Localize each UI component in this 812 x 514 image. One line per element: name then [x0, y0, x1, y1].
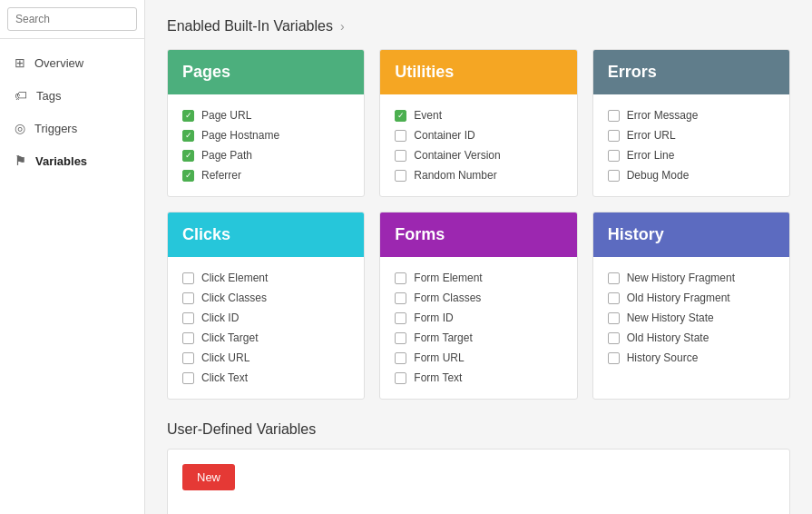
- list-item[interactable]: History Source: [608, 348, 775, 368]
- item-label: Error Message: [627, 109, 699, 122]
- checkbox-page-url[interactable]: [182, 110, 194, 122]
- list-item[interactable]: Event: [395, 105, 562, 125]
- checkbox-form-url[interactable]: [395, 352, 406, 364]
- item-label: Page Path: [201, 149, 252, 162]
- item-label: Form Text: [414, 371, 462, 384]
- checkbox-form-text[interactable]: [395, 372, 406, 384]
- item-label: Old History State: [627, 331, 709, 344]
- list-item[interactable]: Error URL: [608, 125, 775, 145]
- sidebar: ⊞ Overview 🏷 Tags ◎ Triggers ⚑ Variables: [0, 0, 145, 514]
- item-label: Random Number: [414, 169, 496, 182]
- list-item[interactable]: Form Text: [395, 368, 562, 388]
- checkbox-form-id[interactable]: [395, 312, 406, 324]
- checkbox-referrer[interactable]: [182, 170, 194, 182]
- pages-card-header: Pages: [168, 50, 364, 94]
- list-item[interactable]: Click URL: [182, 348, 349, 368]
- list-item[interactable]: Click ID: [182, 308, 349, 328]
- list-item[interactable]: Click Target: [182, 328, 349, 348]
- item-label: Page Hostname: [201, 129, 279, 142]
- checkbox-container-id[interactable]: [395, 130, 406, 142]
- list-item[interactable]: Click Text: [182, 368, 349, 388]
- list-item[interactable]: Click Element: [182, 268, 349, 288]
- item-label: Page URL: [201, 109, 251, 122]
- list-item[interactable]: Error Line: [608, 145, 775, 165]
- checkbox-new-history-fragment[interactable]: [608, 272, 620, 284]
- help-icon[interactable]: ›: [340, 19, 345, 34]
- checkbox-old-history-state[interactable]: [608, 332, 620, 344]
- checkbox-container-version[interactable]: [395, 150, 406, 162]
- list-item[interactable]: Form Classes: [395, 288, 562, 308]
- clicks-card: Clicks Click Element Click Classes Click…: [167, 212, 365, 400]
- sidebar-item-triggers[interactable]: ◎ Triggers: [0, 112, 144, 144]
- checkbox-debug-mode[interactable]: [608, 170, 620, 182]
- checkbox-new-history-state[interactable]: [608, 312, 620, 324]
- list-item[interactable]: New History Fragment: [608, 268, 775, 288]
- variables-icon: ⚑: [15, 153, 26, 168]
- checkbox-click-text[interactable]: [182, 372, 194, 384]
- enabled-title: Enabled Built-In Variables ›: [167, 18, 790, 35]
- sidebar-item-variables[interactable]: ⚑ Variables: [0, 144, 144, 177]
- checkbox-click-target[interactable]: [182, 332, 194, 344]
- item-label: Click Target: [201, 331, 258, 344]
- sidebar-nav: ⊞ Overview 🏷 Tags ◎ Triggers ⚑ Variables: [0, 39, 144, 184]
- sidebar-item-label: Triggers: [34, 122, 77, 135]
- clicks-card-body: Click Element Click Classes Click ID Cli…: [168, 257, 364, 399]
- checkbox-error-line[interactable]: [608, 150, 620, 162]
- pages-card: Pages Page URL Page Hostname Page Path R…: [167, 49, 365, 197]
- checkbox-click-id[interactable]: [182, 312, 194, 324]
- list-item[interactable]: Container ID: [395, 125, 562, 145]
- sidebar-item-tags[interactable]: 🏷 Tags: [0, 79, 144, 112]
- list-item[interactable]: Old History Fragment: [608, 288, 775, 308]
- tags-icon: 🏷: [15, 88, 27, 103]
- checkbox-page-path[interactable]: [182, 150, 194, 162]
- checkbox-click-url[interactable]: [182, 352, 194, 364]
- checkbox-form-classes[interactable]: [395, 292, 406, 304]
- checkbox-history-source[interactable]: [608, 352, 620, 364]
- user-defined-title: User-Defined Variables: [167, 421, 790, 438]
- history-card: History New History Fragment Old History…: [592, 212, 790, 400]
- item-label: Container ID: [414, 129, 474, 142]
- list-item[interactable]: Old History State: [608, 328, 775, 348]
- history-card-header: History: [593, 213, 789, 257]
- list-item[interactable]: Error Message: [608, 105, 775, 125]
- list-item[interactable]: New History State: [608, 308, 775, 328]
- item-label: Form Classes: [414, 292, 481, 304]
- list-item[interactable]: Page Hostname: [182, 125, 349, 145]
- new-button[interactable]: New: [182, 464, 235, 490]
- forms-card-body: Form Element Form Classes Form ID Form T…: [380, 257, 576, 399]
- checkbox-event[interactable]: [395, 110, 406, 122]
- list-item[interactable]: Form Element: [395, 268, 562, 288]
- main-content: Enabled Built-In Variables › Pages Page …: [145, 0, 812, 514]
- checkbox-error-message[interactable]: [608, 110, 620, 122]
- list-item[interactable]: Page Path: [182, 145, 349, 165]
- checkbox-error-url[interactable]: [608, 130, 620, 142]
- search-input[interactable]: [7, 7, 137, 31]
- checkbox-old-history-fragment[interactable]: [608, 292, 620, 304]
- list-item[interactable]: Form Target: [395, 328, 562, 348]
- item-label: Form Element: [414, 272, 482, 284]
- item-label: Form Target: [414, 331, 472, 344]
- item-label: Click URL: [201, 351, 249, 364]
- user-defined-section: New This container has no user-defined v…: [167, 449, 790, 514]
- item-label: Error Line: [627, 149, 675, 162]
- checkbox-form-target[interactable]: [395, 332, 406, 344]
- sidebar-item-label: Tags: [36, 89, 61, 103]
- overview-icon: ⊞: [15, 55, 25, 70]
- checkbox-random-number[interactable]: [395, 170, 406, 182]
- checkbox-click-element[interactable]: [182, 272, 194, 284]
- list-item[interactable]: Random Number: [395, 165, 562, 185]
- list-item[interactable]: Referrer: [182, 165, 349, 185]
- list-item[interactable]: Container Version: [395, 145, 562, 165]
- utilities-card-body: Event Container ID Container Version Ran…: [380, 94, 576, 196]
- item-label: Container Version: [414, 149, 500, 162]
- checkbox-click-classes[interactable]: [182, 292, 194, 304]
- list-item[interactable]: Page URL: [182, 105, 349, 125]
- checkbox-page-hostname[interactable]: [182, 130, 194, 142]
- list-item[interactable]: Form URL: [395, 348, 562, 368]
- sidebar-item-overview[interactable]: ⊞ Overview: [0, 46, 144, 79]
- triggers-icon: ◎: [15, 121, 25, 135]
- list-item[interactable]: Click Classes: [182, 288, 349, 308]
- list-item[interactable]: Debug Mode: [608, 165, 775, 185]
- list-item[interactable]: Form ID: [395, 308, 562, 328]
- checkbox-form-element[interactable]: [395, 272, 406, 284]
